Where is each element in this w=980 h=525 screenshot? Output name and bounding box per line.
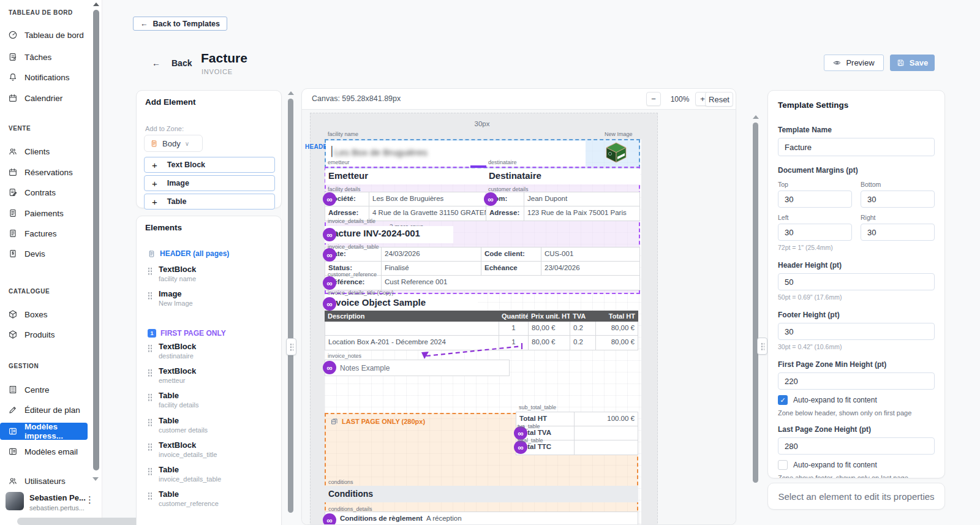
auto-expand-checkbox-unchecked[interactable] bbox=[778, 460, 788, 470]
elements-scroll-up-icon[interactable] bbox=[288, 91, 294, 95]
element-item-textblock-emetteur[interactable]: TextBlock emetteur bbox=[148, 367, 196, 385]
connector-arrow bbox=[417, 341, 533, 361]
binding-badge-icon: ∞ bbox=[323, 513, 336, 525]
sidebar-item-clients[interactable]: Clients bbox=[0, 143, 92, 160]
element-item-textblock-destinataire[interactable]: TextBlock destinataire bbox=[148, 342, 196, 360]
sidebar-item-editeur-de-plan[interactable]: Éditeur de plan bbox=[0, 401, 92, 418]
add-element-title: Add Element bbox=[145, 97, 196, 107]
sidebar-item-calendrier[interactable]: Calendrier bbox=[0, 89, 92, 107]
sidebar-item-modeles-email[interactable]: Modèles email bbox=[0, 443, 92, 460]
back-to-templates-button[interactable]: ← Back to Templates bbox=[133, 17, 227, 31]
template-name-input[interactable] bbox=[778, 138, 935, 156]
emetteur-title-block[interactable]: Emetteur bbox=[325, 168, 497, 184]
binding-badge-icon: ∞ bbox=[323, 276, 336, 290]
element-item-table-invoice-details-table[interactable]: Table invoice_details_table bbox=[148, 466, 221, 483]
right-panel-resize-handle[interactable] bbox=[757, 338, 767, 355]
drag-handle-icon[interactable] bbox=[148, 292, 153, 300]
sidebar-item-taches[interactable]: Tâches bbox=[0, 48, 92, 66]
elements-scrollbar[interactable] bbox=[288, 99, 293, 513]
element-item-table-facility-details[interactable]: Table facility details bbox=[148, 391, 198, 409]
items-table-header: Description Quantité Prix unit. HT TVA T… bbox=[325, 311, 638, 322]
page-subtitle: INVOICE bbox=[202, 68, 233, 75]
invoice-details-title-label: invoice_details_title bbox=[328, 219, 375, 224]
preview-button[interactable]: Preview bbox=[824, 55, 884, 71]
drag-handle-icon[interactable] bbox=[148, 344, 153, 352]
auto-expand-checkbox-checked[interactable]: ✓ bbox=[778, 395, 788, 405]
add-text-block-button[interactable]: + Text Block bbox=[144, 157, 275, 173]
calendar-icon bbox=[8, 93, 18, 103]
facility-name-textblock[interactable]: │ Les Box de Bruguières bbox=[326, 141, 586, 167]
last-zone-input[interactable] bbox=[778, 437, 935, 455]
invoice-page[interactable]: HEADER facility name New Image │ Les Box… bbox=[325, 139, 641, 525]
calendar-icon bbox=[8, 167, 18, 177]
customer-details-table[interactable]: Nom: Jean Dupont Adresse: 123 Rue de la … bbox=[486, 192, 640, 221]
sidebar-scroll-up-icon[interactable] bbox=[93, 2, 99, 6]
sidebar-scrollbar[interactable] bbox=[93, 10, 99, 470]
margin-left-input[interactable] bbox=[778, 224, 852, 241]
right-scrollbar[interactable] bbox=[753, 123, 758, 483]
drag-handle-icon[interactable] bbox=[148, 369, 153, 377]
margin-bottom-input[interactable] bbox=[861, 191, 935, 208]
back-arrow-icon: ← bbox=[140, 20, 148, 28]
conditions-table[interactable]: Conditions de règlement : A réception bbox=[325, 512, 638, 525]
sidebar-item-reservations[interactable]: Réservations bbox=[0, 164, 92, 181]
element-item-table-customer-details[interactable]: Table customer details bbox=[148, 417, 208, 434]
drag-handle-icon[interactable] bbox=[148, 492, 153, 500]
sidebar-item-tableau-de-bord[interactable]: Tableau de bord bbox=[0, 26, 92, 43]
sidebar-item-utilisateurs[interactable]: Utilisateurs bbox=[0, 472, 92, 489]
margin-right-label: Right bbox=[861, 214, 935, 221]
canvas-size-info: Canvas: 595.28x841.89px bbox=[312, 94, 401, 103]
right-scroll-up-icon[interactable] bbox=[753, 115, 759, 119]
invoice-number-title-block[interactable]: Facture INV-2024-001 bbox=[325, 226, 453, 243]
save-button[interactable]: Save bbox=[890, 55, 935, 71]
sidebar-item-contrats[interactable]: Contrats bbox=[0, 184, 92, 201]
first-zone-input[interactable] bbox=[778, 372, 935, 390]
element-item-textblock-invoice-details-title[interactable]: TextBlock invoice_details_title bbox=[148, 441, 217, 459]
margin-right-input[interactable] bbox=[861, 224, 935, 241]
drag-handle-icon[interactable] bbox=[148, 393, 153, 401]
reset-zoom-button[interactable]: Reset bbox=[705, 92, 733, 107]
drag-handle-icon[interactable] bbox=[148, 467, 153, 475]
zone-select-dropdown[interactable]: Body ∨ bbox=[144, 135, 203, 152]
drag-handle-icon[interactable] bbox=[148, 443, 153, 451]
drag-handle-icon[interactable] bbox=[148, 267, 153, 275]
conditions-title-block[interactable]: Conditions bbox=[325, 486, 638, 502]
sidebar-item-modeles-impression[interactable]: Modèles impress... bbox=[0, 423, 88, 440]
emetteur-zone-label: emetteur bbox=[328, 160, 350, 165]
element-item-table-customer-reference[interactable]: Table customer_reference bbox=[148, 490, 219, 508]
drag-dots-icon bbox=[290, 343, 293, 351]
footer-height-input[interactable] bbox=[778, 323, 935, 340]
sidebar-item-notifications[interactable]: Notifications bbox=[0, 69, 92, 86]
totals-table[interactable]: Total HT 100.00 € Total TVA Total TTC bbox=[516, 412, 638, 455]
sidebar-item-devis[interactable]: Devis bbox=[0, 245, 92, 262]
margin-top-input[interactable] bbox=[778, 191, 852, 208]
zoom-out-button[interactable]: − bbox=[646, 92, 661, 106]
sidebar-scroll-down-icon[interactable] bbox=[92, 477, 99, 481]
back-button[interactable]: ← Back bbox=[152, 58, 192, 68]
invoice-details-table[interactable]: Date: 24/03/2026 Code client: CUS-001 St… bbox=[325, 247, 640, 290]
sidebar-item-boxes[interactable]: Boxes bbox=[0, 306, 92, 323]
element-item-image-new-image[interactable]: Image New Image bbox=[148, 290, 193, 308]
sidebar-item-produits[interactable]: Produits bbox=[0, 326, 92, 343]
add-image-button[interactable]: + Image bbox=[144, 175, 275, 191]
destinataire-title-block[interactable]: Destinataire bbox=[486, 168, 640, 184]
element-item-textblock-facility-name[interactable]: TextBlock facility name bbox=[148, 265, 196, 283]
document-icon bbox=[150, 140, 158, 148]
header-height-input[interactable] bbox=[778, 273, 935, 290]
sidebar-item-centre[interactable]: Centre bbox=[0, 381, 92, 398]
margins-title: Document Margins (pt) bbox=[778, 166, 935, 175]
customer-details-label: customer details bbox=[488, 187, 529, 192]
user-avatar[interactable] bbox=[6, 492, 24, 510]
notes-textblock[interactable]: Notes Example bbox=[325, 360, 510, 376]
invoice-object-sample-block[interactable]: Invoice Object Sample bbox=[325, 295, 478, 311]
group-header-first-page-only: 1 FIRST PAGE ONLY bbox=[148, 329, 226, 338]
document-icon bbox=[148, 250, 156, 258]
sidebar-item-factures[interactable]: Factures bbox=[0, 225, 92, 242]
add-table-button[interactable]: + Table bbox=[144, 194, 275, 210]
sidebar-item-paiements[interactable]: Paiements bbox=[0, 205, 92, 222]
drag-handle-icon[interactable] bbox=[148, 418, 153, 426]
user-menu-kebab-icon[interactable]: ⋮ bbox=[85, 494, 94, 505]
left-panel-resize-handle[interactable] bbox=[286, 338, 296, 355]
company-logo-image[interactable] bbox=[604, 140, 628, 165]
gauge-icon bbox=[8, 30, 18, 40]
